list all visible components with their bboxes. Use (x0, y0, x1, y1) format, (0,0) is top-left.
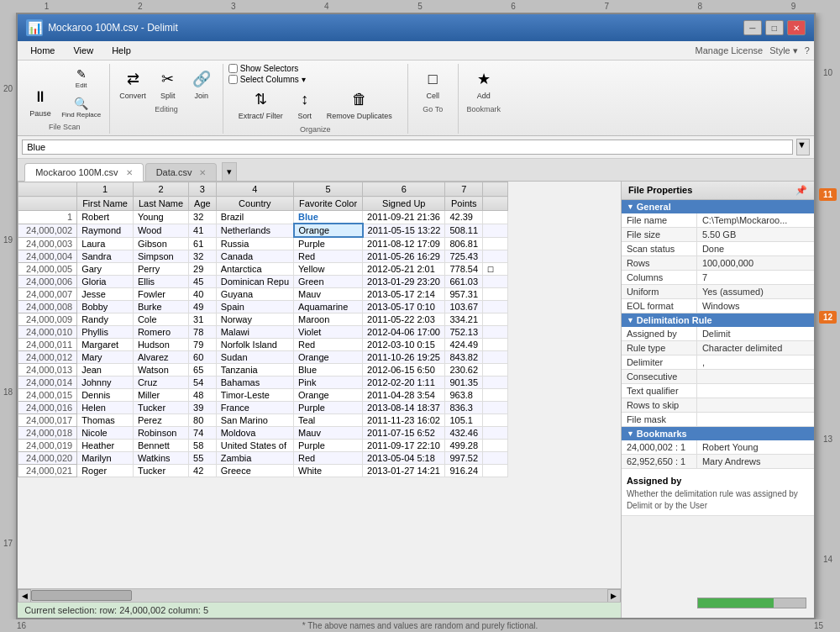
cell-firstname[interactable]: Phyllis (77, 326, 134, 339)
cell-button[interactable]: □ Cell (417, 64, 449, 103)
cell-country[interactable]: Norfolk Island (216, 339, 293, 351)
cell-points[interactable]: 836.3 (445, 402, 483, 414)
cell-lastname[interactable]: Tucker (133, 402, 188, 414)
cell-color[interactable]: Maroon (294, 313, 363, 326)
cell-firstname[interactable]: Mary (77, 351, 134, 364)
minimize-button[interactable]: ─ (743, 20, 762, 35)
cell-country[interactable]: Bahamas (216, 377, 293, 389)
cell-age[interactable]: 29 (189, 263, 217, 276)
cell-color[interactable]: Mauv (294, 288, 363, 301)
cell-age[interactable]: 32 (189, 211, 217, 224)
cell-color[interactable]: Purple (294, 402, 363, 414)
cell-points[interactable]: 105.1 (445, 414, 483, 427)
table-row[interactable]: 24,000,006 Gloria Ellis 45 Dominican Rep… (18, 276, 508, 288)
cell-signup[interactable]: 2012-04-06 17:00 (363, 326, 445, 339)
cell-country[interactable]: Antarctica (216, 263, 293, 276)
cell-signup[interactable]: 2012-03-10 0:15 (363, 339, 445, 351)
close-button[interactable]: ✕ (787, 20, 806, 35)
cell-firstname[interactable]: Randy (77, 313, 134, 326)
cell-signup[interactable]: 2013-05-04 5:18 (363, 452, 445, 465)
col-header-age[interactable]: Age (189, 197, 217, 211)
table-row[interactable]: 24,000,017 Thomas Perez 80 San Marino Te… (18, 414, 508, 427)
cell-firstname[interactable]: Raymond (77, 224, 134, 237)
find-replace-button[interactable]: 🔍 Find Replace (58, 93, 104, 121)
cell-points[interactable]: 957.31 (445, 288, 483, 301)
cell-points[interactable]: 752.13 (445, 326, 483, 339)
filter-input[interactable] (22, 140, 793, 155)
cell-signup[interactable]: 2011-08-12 17:09 (363, 237, 445, 250)
tab-data[interactable]: Data.csv ✕ (145, 163, 218, 181)
cell-firstname[interactable]: Margaret (77, 339, 134, 351)
cell-age[interactable]: 60 (189, 351, 217, 364)
cell-color[interactable]: Orange (294, 389, 363, 402)
cell-points[interactable]: 661.03 (445, 276, 483, 288)
cell-country[interactable]: Malawi (216, 326, 293, 339)
cell-points[interactable]: 432.46 (445, 427, 483, 440)
cell-points[interactable]: 424.49 (445, 339, 483, 351)
cell-firstname[interactable]: Dennis (77, 389, 134, 402)
tab-data-close[interactable]: ✕ (199, 168, 206, 177)
cell-lastname[interactable]: Ellis (133, 276, 188, 288)
cell-country[interactable]: Netherlands (216, 224, 293, 237)
cell-firstname[interactable]: Thomas (77, 414, 134, 427)
cell-signup[interactable]: 2013-05-17 0:10 (363, 301, 445, 313)
cell-country[interactable]: Guyana (216, 288, 293, 301)
table-row[interactable]: 24,000,008 Bobby Burke 49 Spain Aquamari… (18, 301, 508, 313)
cell-points[interactable]: 230.62 (445, 364, 483, 377)
cell-lastname[interactable]: Fowler (133, 288, 188, 301)
cell-lastname[interactable]: Bennett (133, 440, 188, 452)
cell-age[interactable]: 80 (189, 414, 217, 427)
table-row[interactable]: 24,000,004 Sandra Simpson 32 Canada Red … (18, 250, 508, 263)
select-columns-checkbox[interactable]: Select Columns ▾ (228, 75, 306, 84)
style-dropdown[interactable]: Style ▾ (769, 45, 798, 56)
cell-signup[interactable]: 2011-09-21 21:36 (363, 211, 445, 224)
tab-dropdown-button[interactable]: ▾ (222, 162, 237, 181)
menu-help[interactable]: Help (103, 43, 139, 58)
cell-lastname[interactable]: Simpson (133, 250, 188, 263)
cell-signup[interactable]: 2011-10-26 19:25 (363, 351, 445, 364)
table-row[interactable]: 24,000,005 Gary Perry 29 Antarctica Yell… (18, 263, 508, 276)
tab-mockaroo-close[interactable]: ✕ (126, 168, 133, 177)
delimit-toggle-icon[interactable]: ▼ (627, 316, 634, 324)
cell-signup[interactable]: 2013-05-17 2:14 (363, 288, 445, 301)
cell-country[interactable]: Russia (216, 237, 293, 250)
cell-lastname[interactable]: Watson (133, 364, 188, 377)
cell-country[interactable]: Moldova (216, 427, 293, 440)
table-row[interactable]: 24,000,002 Raymond Wood 41 Netherlands O… (18, 224, 508, 237)
cell-age[interactable]: 55 (189, 452, 217, 465)
manage-license-link[interactable]: Manage License (696, 45, 764, 55)
edit-button[interactable]: ✎ Edit (58, 64, 104, 92)
cell-points[interactable]: 334.21 (445, 313, 483, 326)
col-header-points[interactable]: Points (445, 197, 483, 211)
cell-age[interactable]: 49 (189, 301, 217, 313)
cell-signup[interactable]: 2011-09-17 22:10 (363, 440, 445, 452)
cell-country[interactable]: Greece (216, 465, 293, 477)
split-button[interactable]: ✂ Split (152, 64, 184, 103)
sort-button[interactable]: ↕ Sort (289, 84, 321, 124)
cell-points[interactable]: 806.81 (445, 237, 483, 250)
scroll-h-track[interactable] (31, 589, 607, 602)
remove-duplicates-button[interactable]: 🗑 Remove Duplicates (323, 84, 396, 124)
cell-signup[interactable]: 2013-08-14 18:37 (363, 402, 445, 414)
cell-firstname[interactable]: Robert (77, 211, 134, 224)
cell-country[interactable]: Brazil (216, 211, 293, 224)
cell-signup[interactable]: 2011-05-26 16:29 (363, 250, 445, 263)
cell-age[interactable]: 39 (189, 402, 217, 414)
table-row[interactable]: 24,000,012 Mary Alvarez 60 Sudan Orange … (18, 351, 508, 364)
cell-signup[interactable]: 2011-11-23 16:02 (363, 414, 445, 427)
col-header-lastname[interactable]: Last Name (133, 197, 188, 211)
cell-country[interactable]: Canada (216, 250, 293, 263)
scroll-left-button[interactable]: ◀ (18, 589, 31, 603)
add-bookmark-button[interactable]: ★ Add (468, 64, 500, 103)
cell-firstname[interactable]: Laura (77, 237, 134, 250)
table-row[interactable]: 24,000,003 Laura Gibson 61 Russia Purple… (18, 237, 508, 250)
cell-country[interactable]: France (216, 402, 293, 414)
cell-points[interactable]: 997.52 (445, 452, 483, 465)
cell-points[interactable]: 103.67 (445, 301, 483, 313)
cell-age[interactable]: 45 (189, 276, 217, 288)
cell-country[interactable]: Tanzania (216, 364, 293, 377)
cell-points[interactable]: 843.82 (445, 351, 483, 364)
cell-age[interactable]: 42 (189, 465, 217, 477)
cell-points[interactable]: 901.35 (445, 377, 483, 389)
cell-age[interactable]: 32 (189, 250, 217, 263)
